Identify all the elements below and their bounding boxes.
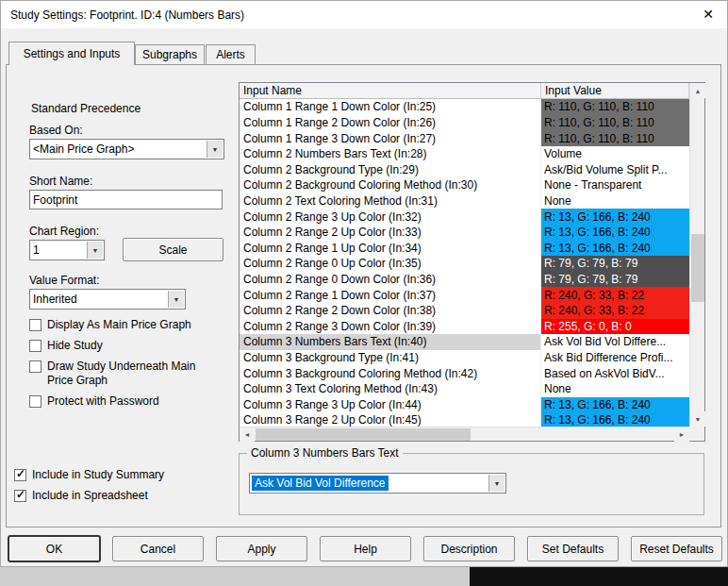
short-name-input[interactable] xyxy=(29,190,223,209)
input-value-cell[interactable]: None - Transparent xyxy=(541,177,689,193)
column-header-input-value[interactable]: Input Value xyxy=(541,83,689,99)
tab-subgraphs[interactable]: Subgraphs xyxy=(135,44,205,65)
horizontal-scrollbar-thumb[interactable] xyxy=(256,428,471,441)
input-value-cell[interactable]: R: 110, G: 110, B: 110 xyxy=(541,99,689,115)
chart-region-select[interactable]: 1 ▼ xyxy=(29,240,105,260)
input-name-cell[interactable]: Column 3 Background Coloring Method (In:… xyxy=(240,365,541,381)
input-name-cell[interactable]: Column 2 Range 3 Up Color (In:32) xyxy=(240,209,541,225)
table-row[interactable]: Column 2 Range 2 Up Color (In:33) R: 13,… xyxy=(240,225,689,241)
checkbox-option-2[interactable]: ✓ Draw Study Underneath Main Price Graph xyxy=(29,360,223,388)
set-defaults-button[interactable]: Set Defaults xyxy=(527,536,619,561)
table-row[interactable]: Column 2 Numbers Bars Text (In:28) Volum… xyxy=(240,146,689,162)
input-value-cell[interactable]: R: 13, G: 166, B: 240 xyxy=(541,397,689,413)
checkbox-option-0[interactable]: ✓ Display As Main Price Graph xyxy=(29,318,223,332)
scroll-up-icon[interactable]: ▲ xyxy=(690,83,705,98)
checkbox-box[interactable]: ✓ xyxy=(29,340,41,352)
input-name-cell[interactable]: Column 1 Range 2 Down Color (In:26) xyxy=(240,115,541,131)
input-name-cell[interactable]: Column 2 Background Type (In:29) xyxy=(240,161,541,177)
chevron-down-icon[interactable]: ▼ xyxy=(168,291,184,308)
input-name-cell[interactable]: Column 2 Range 0 Down Color (In:36) xyxy=(240,272,541,288)
input-value-cell[interactable]: None xyxy=(541,193,689,209)
input-value-cell[interactable]: R: 79, G: 79, B: 79 xyxy=(541,256,689,272)
input-value-cell[interactable]: R: 255, G: 0, B: 0 xyxy=(541,319,689,335)
chevron-down-icon[interactable]: ▼ xyxy=(87,242,103,259)
based-on-select[interactable]: <Main Price Graph> ▼ xyxy=(29,139,224,159)
tab-settings-and-inputs[interactable]: Settings and Inputs xyxy=(8,42,135,65)
input-name-cell[interactable]: Column 1 Range 1 Down Color (In:25) xyxy=(240,99,541,115)
table-row[interactable]: Column 2 Range 0 Down Color (In:36) R: 7… xyxy=(240,272,689,288)
input-value-cell[interactable]: R: 240, G: 33, B: 22 xyxy=(541,287,689,303)
input-value-cell[interactable]: R: 13, G: 166, B: 240 xyxy=(541,225,689,241)
input-name-cell[interactable]: Column 2 Text Coloring Method (In:31) xyxy=(240,193,541,209)
input-value-cell[interactable]: R: 110, G: 110, B: 110 xyxy=(541,130,689,146)
input-value-cell[interactable]: Ask Vol Bid Vol Differe... xyxy=(541,334,689,350)
vertical-scrollbar-thumb[interactable] xyxy=(691,234,704,302)
table-row[interactable]: Column 2 Background Coloring Method (In:… xyxy=(240,177,689,193)
checkbox-summary-option-1[interactable]: ✓ Include in Spreadsheet xyxy=(14,489,233,503)
input-value-cell[interactable]: Ask Bid Difference Profi... xyxy=(541,350,689,366)
input-value-cell[interactable]: R: 13, G: 166, B: 240 xyxy=(541,209,689,225)
table-row[interactable]: Column 3 Range 3 Up Color (In:44) R: 13,… xyxy=(240,397,689,413)
ok-button[interactable]: OK xyxy=(8,536,100,561)
table-row[interactable]: Column 1 Range 3 Down Color (In:27) R: 1… xyxy=(240,130,689,146)
input-name-cell[interactable]: Column 3 Range 3 Up Color (In:44) xyxy=(240,397,541,413)
checkbox-option-3[interactable]: ✓ Protect with Password xyxy=(29,394,223,409)
vertical-scrollbar[interactable]: ▲ ▼ xyxy=(689,83,704,427)
input-value-cell[interactable]: R: 13, G: 166, B: 240 xyxy=(541,240,689,256)
input-name-cell[interactable]: Column 3 Numbers Bars Text (In:40) xyxy=(240,334,541,350)
apply-button[interactable]: Apply xyxy=(216,536,307,561)
horizontal-scrollbar[interactable]: ◄ ► xyxy=(240,427,689,441)
checkbox-box[interactable]: ✓ xyxy=(29,319,41,331)
table-row[interactable]: Column 2 Range 1 Up Color (In:34) R: 13,… xyxy=(240,240,689,256)
input-name-cell[interactable]: Column 2 Range 0 Up Color (In:35) xyxy=(240,256,541,272)
table-row[interactable]: Column 2 Text Coloring Method (In:31) No… xyxy=(240,193,689,209)
checkbox-box[interactable]: ✓ xyxy=(29,395,41,408)
table-row[interactable]: Column 2 Range 3 Up Color (In:32) R: 13,… xyxy=(240,209,689,225)
table-row[interactable]: Column 3 Text Coloring Method (In:43) No… xyxy=(240,381,689,397)
input-name-cell[interactable]: Column 2 Background Coloring Method (In:… xyxy=(240,177,541,193)
scale-button[interactable]: Scale xyxy=(123,238,223,261)
reset-defaults-button[interactable]: Reset Defaults xyxy=(631,536,722,561)
scroll-left-icon[interactable]: ◄ xyxy=(240,427,255,442)
checkbox-box[interactable]: ✓ xyxy=(29,360,41,373)
input-value-cell[interactable]: Based on AskVol BidV... xyxy=(541,365,689,381)
close-icon[interactable]: ✕ xyxy=(703,7,714,22)
value-format-select[interactable]: Inherited ▼ xyxy=(29,289,186,310)
table-row[interactable]: Column 3 Numbers Bars Text (In:40) Ask V… xyxy=(240,334,689,350)
value-editor-select[interactable]: Ask Vol Bid Vol Difference ▼ xyxy=(249,473,506,494)
checkbox-box[interactable]: ✓ xyxy=(14,469,26,481)
description-button[interactable]: Description xyxy=(423,536,515,561)
input-value-cell[interactable]: R: 240, G: 33, B: 22 xyxy=(541,303,689,319)
scroll-right-icon[interactable]: ► xyxy=(674,427,689,442)
cancel-button[interactable]: Cancel xyxy=(112,536,204,561)
table-row[interactable]: Column 2 Background Type (In:29) Ask/Bid… xyxy=(240,161,689,177)
input-name-cell[interactable]: Column 3 Background Type (In:41) xyxy=(240,350,541,366)
table-row[interactable]: Column 1 Range 1 Down Color (In:25) R: 1… xyxy=(240,99,689,115)
title-bar[interactable]: Study Settings: Footprint. ID:4 (Numbers… xyxy=(1,1,727,28)
input-name-cell[interactable]: Column 2 Range 1 Up Color (In:34) xyxy=(240,240,541,256)
table-row[interactable]: Column 2 Range 0 Up Color (In:35) R: 79,… xyxy=(240,256,689,272)
checkbox-option-1[interactable]: ✓ Hide Study xyxy=(29,339,223,353)
chevron-down-icon[interactable]: ▼ xyxy=(488,475,505,492)
table-row[interactable]: Column 2 Range 2 Down Color (In:38) R: 2… xyxy=(240,303,689,319)
table-row[interactable]: Column 3 Background Coloring Method (In:… xyxy=(240,365,689,381)
scroll-down-icon[interactable]: ▼ xyxy=(690,411,705,427)
input-value-cell[interactable]: Volume xyxy=(541,146,689,162)
column-header-input-name[interactable]: Input Name xyxy=(240,83,541,99)
table-row[interactable]: Column 1 Range 2 Down Color (In:26) R: 1… xyxy=(240,115,689,131)
table-row[interactable]: Column 2 Range 1 Down Color (In:37) R: 2… xyxy=(240,287,689,303)
input-name-cell[interactable]: Column 1 Range 3 Down Color (In:27) xyxy=(240,130,541,146)
input-name-cell[interactable]: Column 3 Text Coloring Method (In:43) xyxy=(240,381,541,397)
input-value-cell[interactable]: Ask/Bid Volume Split P... xyxy=(541,161,689,177)
input-value-cell[interactable]: None xyxy=(541,381,689,397)
chevron-down-icon[interactable]: ▼ xyxy=(207,141,223,158)
table-row[interactable]: Column 3 Background Type (In:41) Ask Bid… xyxy=(240,350,689,366)
input-value-cell[interactable]: R: 79, G: 79, B: 79 xyxy=(541,272,689,288)
checkbox-summary-option-0[interactable]: ✓ Include in Study Summary xyxy=(14,468,233,482)
checkbox-box[interactable]: ✓ xyxy=(14,490,26,502)
input-name-cell[interactable]: Column 2 Range 3 Down Color (In:39) xyxy=(240,319,541,335)
input-name-cell[interactable]: Column 2 Numbers Bars Text (In:28) xyxy=(240,146,541,162)
input-value-cell[interactable]: R: 110, G: 110, B: 110 xyxy=(541,115,689,131)
tab-alerts[interactable]: Alerts xyxy=(206,44,256,65)
table-row[interactable]: Column 2 Range 3 Down Color (In:39) R: 2… xyxy=(240,319,689,335)
